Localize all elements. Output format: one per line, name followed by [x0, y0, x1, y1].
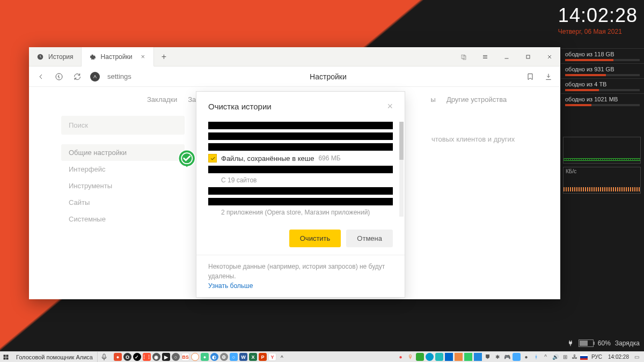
redacted-row	[208, 122, 393, 129]
page-title: Настройки	[139, 72, 517, 81]
success-badge-icon	[176, 147, 200, 171]
apps-count: 2 приложения (Opera store, Магазин прило…	[208, 209, 393, 216]
taskbar-assistant[interactable]: Голосовой помощник Алиса	[12, 352, 98, 362]
tab-label: История	[48, 53, 74, 61]
microphone-icon[interactable]	[98, 352, 111, 363]
app-icon[interactable]: ●	[201, 353, 209, 361]
tab-history[interactable]: История	[29, 47, 82, 66]
app-icon[interactable]: ▶	[162, 353, 170, 361]
svg-rect-17	[4, 357, 6, 359]
maximize-button[interactable]	[517, 47, 539, 66]
redacted-row	[208, 132, 393, 140]
checkbox-checked-icon[interactable]	[208, 154, 217, 162]
nav-tab[interactable]: Закладки	[147, 95, 177, 104]
app-icon[interactable]: P	[259, 353, 267, 361]
browser-toolbar: settings Настройки	[29, 67, 560, 87]
tray-icon[interactable]: ✱	[493, 353, 501, 361]
site-icon[interactable]	[90, 72, 100, 82]
background-text: чтовых клиентов и других	[431, 134, 515, 145]
bluetooth-icon[interactable]: ᚼ	[532, 353, 540, 361]
clock-time: 14:02:28	[558, 4, 638, 27]
app-icon[interactable]: ○	[230, 353, 238, 361]
volume-icon[interactable]: 🔊	[551, 353, 559, 361]
app-icon[interactable]: ●	[114, 353, 122, 361]
redacted-row	[208, 198, 393, 205]
tray-icon[interactable]	[445, 353, 453, 361]
yandex-icon[interactable]	[54, 71, 64, 82]
new-tab-button[interactable]: +	[154, 47, 173, 66]
tray-icon[interactable]	[435, 353, 443, 361]
flag-ru-icon[interactable]	[580, 354, 588, 360]
minimize-button[interactable]	[496, 47, 517, 66]
action-center-icon[interactable]: ▭	[633, 353, 641, 361]
tray-icon[interactable]	[416, 353, 424, 361]
desktop-clock-widget: 14:02:28 Четверг, 06 Мая 2021	[558, 4, 638, 35]
nav-tab[interactable]: Другие устройства	[447, 95, 507, 104]
tray-icon[interactable]: ●	[522, 353, 530, 361]
start-button[interactable]	[0, 352, 12, 363]
redacted-row	[208, 166, 393, 173]
back-button[interactable]	[35, 71, 46, 82]
tray-icon[interactable]	[513, 353, 521, 361]
app-icon[interactable]: Y	[268, 353, 276, 361]
settings-sidebar: Поиск Общие настройки Интерфейс Инструме…	[61, 116, 185, 227]
tray-icon[interactable]	[474, 353, 482, 361]
tray-icon[interactable]	[426, 353, 434, 361]
battery-widget: 60% Зарядка	[567, 339, 640, 347]
app-icon[interactable]: ⚙	[220, 353, 228, 361]
menu-icon[interactable]	[474, 47, 496, 66]
sidebar-item-sites[interactable]: Сайты	[61, 194, 185, 211]
app-icon[interactable]: W	[239, 353, 247, 361]
sidebar-item-general[interactable]: Общие настройки	[61, 144, 185, 161]
disk-row: ободно из 118 GB	[561, 48, 644, 63]
scrollbar[interactable]	[399, 122, 404, 217]
tray-clock[interactable]: 14:02:28	[606, 354, 631, 360]
app-icon[interactable]: ◐	[210, 353, 218, 361]
redacted-row	[208, 143, 393, 151]
network-icon[interactable]: 🖧	[570, 353, 579, 361]
tray-icon[interactable]: 🎙	[406, 353, 414, 361]
tab-settings[interactable]: Настройки ×	[82, 47, 155, 67]
battery-icon	[579, 339, 594, 347]
svg-rect-7	[526, 55, 530, 58]
nav-tab[interactable]: ы	[431, 95, 436, 104]
sidebar-item-system[interactable]: Системные	[61, 211, 185, 227]
tray-icon[interactable]	[455, 353, 463, 361]
tray-language[interactable]: РУС	[589, 354, 604, 360]
network-widget: КБ/с	[563, 137, 641, 197]
app-icon[interactable]: X	[249, 353, 257, 361]
clear-button[interactable]: Очистить	[289, 230, 341, 247]
tray-icon[interactable]: ●	[397, 353, 405, 361]
modal-title: Очистка истории	[208, 102, 272, 111]
sidebar-item-interface[interactable]: Интерфейс	[61, 161, 185, 178]
bookmark-icon[interactable]	[525, 71, 536, 82]
app-icon[interactable]: ✓	[133, 353, 141, 361]
tray-icon[interactable]: ⊞	[561, 353, 569, 361]
chevron-up-icon[interactable]: ^	[278, 353, 286, 361]
app-icon[interactable]: ⋮⋮	[143, 353, 151, 361]
app-icon[interactable]: ◉	[152, 353, 160, 361]
address-bar[interactable]: settings	[107, 72, 131, 80]
tray-icon[interactable]: ⛊	[484, 353, 492, 361]
app-icon[interactable]: ○	[172, 353, 180, 361]
chevron-up-icon[interactable]: ^	[541, 353, 550, 361]
app-icon[interactable]	[191, 353, 199, 361]
tray-icon[interactable]: 🎮	[503, 353, 511, 361]
modal-close-button[interactable]: ×	[387, 101, 393, 111]
close-icon[interactable]: ×	[140, 54, 146, 60]
search-input[interactable]: Поиск	[61, 116, 185, 135]
cache-size: 696 МБ	[318, 154, 340, 162]
clock-icon	[36, 53, 44, 61]
app-icon[interactable]: BS	[181, 353, 189, 361]
taskbar-apps: ● O ✓ ⋮⋮ ◉ ▶ ○ BS ● ◐ ⚙ ○ W X P Y ^	[111, 353, 286, 361]
cache-checkbox-row[interactable]: Файлы, сохранённые в кеше 696 МБ	[208, 154, 393, 162]
cancel-button[interactable]: Отмена	[346, 230, 393, 247]
download-icon[interactable]	[543, 71, 554, 82]
tray-icon[interactable]	[464, 353, 472, 361]
sidebar-item-tools[interactable]: Инструменты	[61, 178, 185, 194]
close-button[interactable]	[539, 47, 560, 66]
reload-button[interactable]	[72, 71, 83, 82]
learn-more-link[interactable]: Узнать больше	[208, 282, 253, 290]
sidebar-toggle-icon[interactable]	[453, 47, 474, 66]
app-icon[interactable]: O	[123, 353, 131, 361]
